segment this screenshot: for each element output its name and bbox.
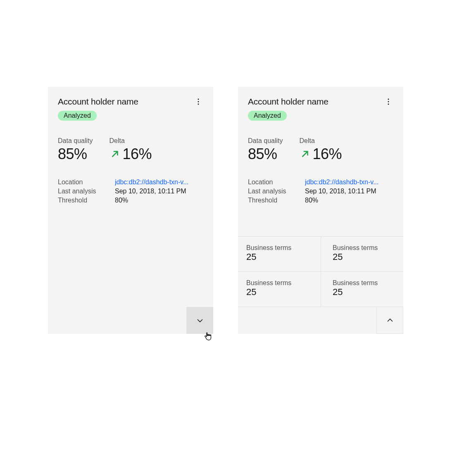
detail-last-analysis: Last analysis Sep 10, 2018, 10:11 PM — [248, 188, 393, 195]
card-title: Account holder name — [248, 97, 328, 107]
detail-location: Location jdbc:db2://dashdb-txn-v... — [248, 178, 393, 186]
metric-data-quality: Data quality 85% — [248, 137, 283, 163]
metric-value: 16% — [300, 145, 342, 163]
business-term-value: 25 — [246, 252, 312, 262]
metric-label: Delta — [109, 137, 152, 145]
overflow-menu-vertical-icon — [198, 98, 199, 105]
status-badge: Analyzed — [248, 111, 287, 121]
detail-last-analysis: Last analysis Sep 10, 2018, 10:11 PM — [58, 188, 203, 195]
business-term-label: Business terms — [246, 244, 312, 252]
detail-value: Sep 10, 2018, 10:11 PM — [305, 188, 376, 195]
svg-point-3 — [388, 99, 389, 100]
expand-button[interactable] — [186, 307, 213, 334]
svg-point-4 — [388, 101, 389, 102]
delta-value: 16% — [123, 145, 152, 163]
collapse-row — [238, 307, 403, 334]
location-link[interactable]: jdbc:db2://dashdb-txn-v... — [115, 178, 188, 186]
business-term-cell: Business terms 25 — [321, 236, 403, 271]
metric-label: Data quality — [248, 137, 283, 145]
svg-point-5 — [388, 104, 389, 105]
business-term-label: Business terms — [246, 279, 312, 287]
card-header: Account holder name — [48, 87, 213, 107]
status-badge: Analyzed — [58, 111, 97, 121]
business-terms-grid: Business terms 25 Business terms 25 Busi… — [238, 236, 403, 307]
metric-label: Delta — [300, 137, 342, 145]
card-header: Account holder name — [238, 87, 403, 107]
svg-point-2 — [198, 104, 199, 105]
metric-delta: Delta 16% — [109, 137, 152, 163]
detail-label: Last analysis — [248, 188, 305, 195]
detail-label: Location — [58, 178, 115, 186]
business-term-label: Business terms — [333, 244, 395, 252]
business-term-cell: Business terms 25 — [321, 271, 403, 307]
metric-value: 85% — [58, 145, 93, 163]
business-term-value: 25 — [333, 252, 395, 262]
data-quality-card-expanded: Account holder name Analyzed Data qualit… — [238, 87, 403, 334]
detail-value: Sep 10, 2018, 10:11 PM — [115, 188, 186, 195]
data-quality-card-collapsed: Account holder name Analyzed Data qualit… — [48, 87, 213, 334]
badge-row: Analyzed — [48, 107, 213, 121]
detail-label: Location — [248, 178, 305, 186]
overflow-menu-button[interactable] — [193, 97, 203, 107]
metrics-row: Data quality 85% Delta 16% — [238, 121, 403, 163]
business-term-label: Business terms — [333, 279, 395, 287]
delta-value: 16% — [313, 145, 342, 163]
svg-point-0 — [198, 99, 199, 100]
location-link[interactable]: jdbc:db2://dashdb-txn-v... — [305, 178, 378, 186]
detail-label: Threshold — [248, 197, 305, 204]
metric-value: 16% — [109, 145, 152, 163]
chevron-down-icon — [197, 317, 203, 324]
business-term-value: 25 — [246, 287, 312, 298]
detail-label: Last analysis — [58, 188, 115, 195]
metric-data-quality: Data quality 85% — [58, 137, 93, 163]
svg-point-1 — [198, 101, 199, 102]
detail-label: Threshold — [58, 197, 115, 204]
detail-value: 80% — [115, 197, 128, 204]
metric-value: 85% — [248, 145, 283, 163]
detail-threshold: Threshold 80% — [58, 197, 203, 204]
business-term-cell: Business terms 25 — [238, 236, 321, 271]
chevron-up-icon — [387, 317, 393, 324]
detail-location: Location jdbc:db2://dashdb-txn-v... — [58, 178, 203, 186]
detail-value: 80% — [305, 197, 318, 204]
business-term-value: 25 — [333, 287, 395, 298]
details-row: Location jdbc:db2://dashdb-txn-v... Last… — [48, 163, 213, 216]
overflow-menu-vertical-icon — [388, 98, 389, 105]
business-term-cell: Business terms 25 — [238, 271, 321, 307]
card-title: Account holder name — [58, 97, 138, 107]
badge-row: Analyzed — [238, 107, 403, 121]
arrow-up-right-icon — [109, 149, 120, 159]
arrow-up-right-icon — [300, 149, 310, 159]
cursor-pointer-icon — [203, 331, 214, 342]
collapse-button[interactable] — [376, 307, 403, 334]
metric-delta: Delta 16% — [300, 137, 342, 163]
detail-threshold: Threshold 80% — [248, 197, 393, 204]
overflow-menu-button[interactable] — [383, 97, 393, 107]
metrics-row: Data quality 85% Delta 16% — [48, 121, 213, 163]
metric-label: Data quality — [58, 137, 93, 145]
details-row: Location jdbc:db2://dashdb-txn-v... Last… — [238, 163, 403, 216]
